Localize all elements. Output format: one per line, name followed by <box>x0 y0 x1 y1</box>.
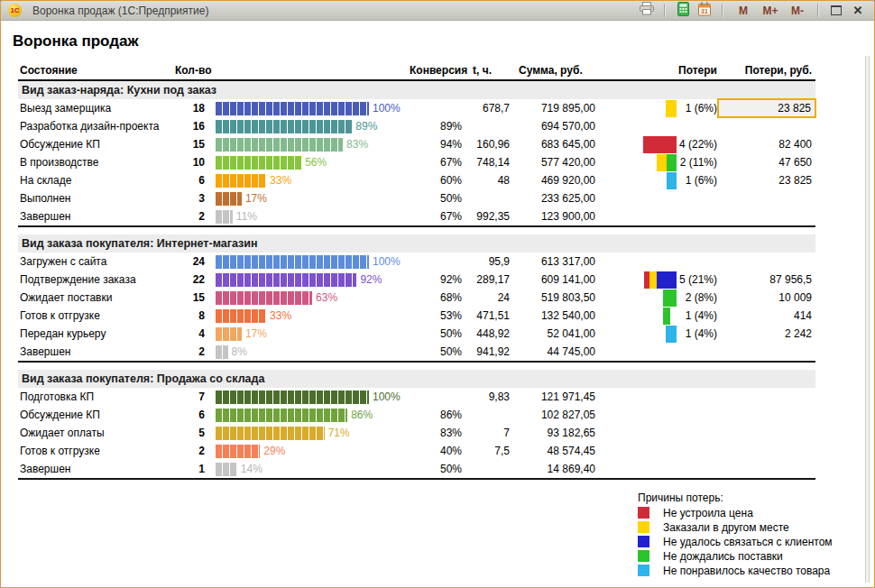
conversion-value[interactable]: 40% <box>410 442 462 460</box>
conversion-value[interactable]: 89% <box>410 117 462 135</box>
loss-bar[interactable] <box>636 325 677 343</box>
loss-count[interactable] <box>677 442 717 460</box>
time-value[interactable]: 48 <box>465 171 510 189</box>
funnel-bar-cell[interactable]: 71% <box>216 424 409 442</box>
state-label[interactable]: На складе <box>20 171 178 189</box>
column-header-losses-rub[interactable]: Потери, руб. <box>719 61 815 79</box>
loss-count[interactable] <box>677 343 717 361</box>
print-button[interactable] <box>638 3 656 19</box>
funnel-bar[interactable] <box>216 255 369 269</box>
loss-bar[interactable] <box>636 289 677 307</box>
loss-count[interactable] <box>677 189 717 207</box>
loss-amount[interactable] <box>719 343 815 361</box>
sum-value[interactable]: 719 895,00 <box>512 99 595 117</box>
loss-bar[interactable] <box>636 99 677 117</box>
state-label[interactable]: Ожидает поставки <box>20 289 178 307</box>
memory-recall-button[interactable]: M <box>732 3 755 19</box>
sum-value[interactable]: 519 803,50 <box>512 289 595 307</box>
loss-count[interactable] <box>677 207 717 225</box>
time-value[interactable]: 678,7 <box>465 99 510 117</box>
loss-amount[interactable]: 82 400 <box>719 135 815 153</box>
sum-value[interactable]: 123 900,00 <box>512 207 595 225</box>
funnel-bar-cell[interactable]: 86% <box>216 406 409 424</box>
sum-value[interactable]: 93 182,65 <box>512 424 595 442</box>
state-label[interactable]: Готов к отгрузке <box>20 442 178 460</box>
state-label[interactable]: Готов к отгрузке <box>20 307 178 325</box>
loss-bar[interactable] <box>636 271 677 289</box>
column-header-count[interactable]: Кол-во <box>175 61 247 79</box>
state-label[interactable]: Завершен <box>20 343 178 361</box>
conversion-value[interactable] <box>410 388 462 406</box>
funnel-bar[interactable] <box>216 210 233 224</box>
sum-value[interactable]: 613 317,00 <box>512 253 595 271</box>
count-value[interactable]: 5 <box>161 424 205 442</box>
funnel-bar[interactable] <box>216 192 242 206</box>
funnel-bar[interactable] <box>216 273 356 287</box>
loss-amount[interactable] <box>719 424 815 442</box>
sum-value[interactable]: 577 420,00 <box>512 153 595 171</box>
conversion-value[interactable]: 67% <box>410 153 462 171</box>
loss-amount[interactable] <box>719 388 815 406</box>
title-bar[interactable]: 1С Воронка продаж (1С:Предприятие) <box>1 1 874 21</box>
column-header-sum[interactable]: Сумма, руб. <box>519 61 627 79</box>
funnel-bar[interactable] <box>216 174 266 188</box>
conversion-value[interactable]: 86% <box>410 406 462 424</box>
count-value[interactable]: 10 <box>161 153 205 171</box>
column-header-time[interactable]: t, ч. <box>449 61 492 79</box>
count-value[interactable]: 6 <box>161 171 205 189</box>
funnel-bar-cell[interactable]: 100% <box>216 253 409 271</box>
column-header-losses[interactable]: Потери <box>677 61 717 79</box>
state-label[interactable]: Обсуждение КП <box>20 406 178 424</box>
sum-value[interactable]: 694 570,00 <box>512 117 595 135</box>
loss-count[interactable] <box>677 253 717 271</box>
funnel-bar[interactable] <box>216 156 301 170</box>
count-value[interactable]: 2 <box>161 343 205 361</box>
conversion-value[interactable]: 94% <box>410 135 462 153</box>
loss-count[interactable] <box>677 117 717 135</box>
loss-amount[interactable] <box>719 253 815 271</box>
count-value[interactable]: 2 <box>161 442 205 460</box>
conversion-value[interactable]: 53% <box>410 307 462 325</box>
time-value[interactable]: 448,92 <box>465 325 510 343</box>
count-value[interactable]: 24 <box>161 253 205 271</box>
time-value[interactable]: 7 <box>465 424 510 442</box>
loss-amount[interactable]: 2 242 <box>719 325 815 343</box>
conversion-value[interactable]: 83% <box>410 424 462 442</box>
state-label[interactable]: Передан курьеру <box>20 325 178 343</box>
loss-bar[interactable] <box>636 153 677 171</box>
loss-count[interactable] <box>677 460 717 478</box>
time-value[interactable]: 24 <box>465 289 510 307</box>
loss-amount[interactable]: 414 <box>719 307 815 325</box>
funnel-bar-cell[interactable]: 92% <box>216 271 409 289</box>
section-header[interactable]: Вид заказа покупателя: Продажа со склада <box>18 370 815 388</box>
conversion-value[interactable]: 68% <box>410 289 462 307</box>
sum-value[interactable]: 102 827,05 <box>512 406 595 424</box>
conversion-value[interactable] <box>410 99 462 117</box>
loss-amount[interactable] <box>719 460 815 478</box>
column-header-state[interactable]: Состояние <box>20 61 178 79</box>
sum-value[interactable]: 469 920,00 <box>512 171 595 189</box>
funnel-bar-cell[interactable]: 33% <box>216 307 409 325</box>
selected-loss-amount-cell[interactable]: 23 825 <box>717 98 816 118</box>
loss-count[interactable]: 4 (22%) <box>677 135 717 153</box>
loss-amount[interactable] <box>719 442 815 460</box>
count-value[interactable]: 22 <box>161 271 205 289</box>
time-value[interactable] <box>465 460 510 478</box>
time-value[interactable]: 992,35 <box>465 207 510 225</box>
funnel-bar-cell[interactable]: 17% <box>216 325 409 343</box>
count-value[interactable]: 15 <box>161 135 205 153</box>
loss-amount[interactable]: 87 956,5 <box>719 271 815 289</box>
sum-value[interactable]: 233 625,00 <box>512 189 595 207</box>
time-value[interactable]: 289,17 <box>465 271 510 289</box>
loss-amount[interactable]: 47 650 <box>719 153 815 171</box>
funnel-bar[interactable] <box>216 409 347 422</box>
funnel-bar-cell[interactable]: 100% <box>216 99 409 117</box>
sum-value[interactable]: 48 574,45 <box>512 442 595 460</box>
funnel-bar-cell[interactable]: 100% <box>216 388 409 406</box>
loss-count[interactable]: 2 (8%) <box>677 289 717 307</box>
loss-count[interactable] <box>677 406 717 424</box>
count-value[interactable]: 15 <box>161 289 205 307</box>
funnel-bar-cell[interactable]: 63% <box>216 289 409 307</box>
sum-value[interactable]: 132 540,00 <box>512 307 595 325</box>
loss-count[interactable]: 1 (4%) <box>677 307 717 325</box>
